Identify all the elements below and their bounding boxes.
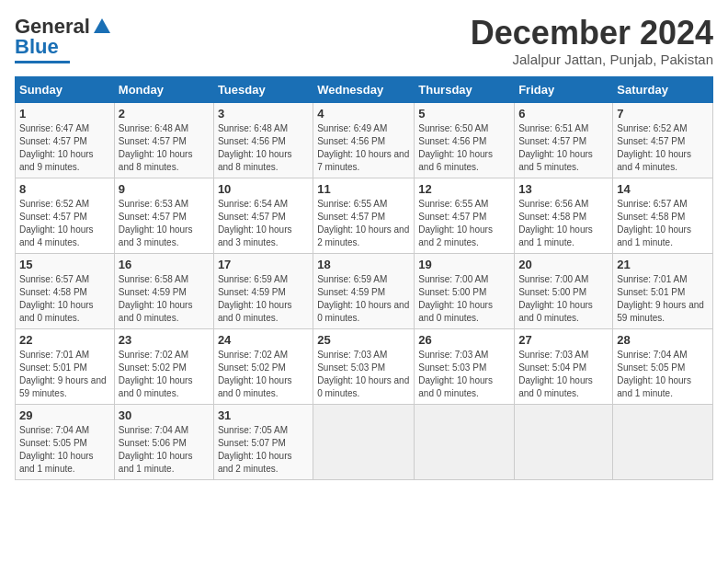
calendar-cell: 28 Sunrise: 7:04 AM Sunset: 5:05 PM Dayl… [613,328,713,404]
calendar-cell: 24 Sunrise: 7:02 AM Sunset: 5:02 PM Dayl… [213,328,313,404]
day-info: Sunrise: 6:54 AM Sunset: 4:57 PM Dayligh… [218,198,309,249]
weekday-header-friday: Friday [515,76,613,102]
calendar-cell: 15 Sunrise: 6:57 AM Sunset: 4:58 PM Dayl… [16,253,115,328]
day-number: 29 [19,408,110,422]
day-info: Sunrise: 6:53 AM Sunset: 4:57 PM Dayligh… [119,198,210,249]
day-number: 13 [518,182,609,196]
day-number: 5 [418,107,510,121]
day-info: Sunrise: 6:48 AM Sunset: 4:56 PM Dayligh… [218,122,309,174]
day-number: 21 [617,258,709,271]
calendar-cell: 9 Sunrise: 6:53 AM Sunset: 4:57 PM Dayli… [114,178,213,253]
day-info: Sunrise: 6:50 AM Sunset: 4:56 PM Dayligh… [418,122,510,174]
day-number: 16 [119,258,210,271]
day-number: 2 [119,107,210,121]
day-number: 12 [418,182,510,196]
calendar-cell: 19 Sunrise: 7:00 AM Sunset: 5:00 PM Dayl… [415,253,515,328]
calendar-cell [613,404,713,479]
day-info: Sunrise: 6:52 AM Sunset: 4:57 PM Dayligh… [19,198,110,249]
week-row-4: 22 Sunrise: 7:01 AM Sunset: 5:01 PM Dayl… [16,328,713,404]
month-title: December 2024 [471,15,713,52]
day-number: 19 [418,258,510,271]
day-info: Sunrise: 6:47 AM Sunset: 4:57 PM Dayligh… [19,122,110,174]
day-number: 9 [119,182,210,196]
day-number: 22 [19,333,110,347]
calendar-cell: 12 Sunrise: 6:55 AM Sunset: 4:57 PM Dayl… [415,178,515,253]
calendar-table: SundayMondayTuesdayWednesdayThursdayFrid… [15,76,713,480]
location-title: Jalalpur Jattan, Punjab, Pakistan [471,52,713,67]
week-row-3: 15 Sunrise: 6:57 AM Sunset: 4:58 PM Dayl… [16,253,713,328]
day-info: Sunrise: 7:04 AM Sunset: 5:05 PM Dayligh… [19,424,110,476]
day-info: Sunrise: 7:00 AM Sunset: 5:00 PM Dayligh… [418,273,510,325]
day-number: 4 [317,107,410,121]
day-info: Sunrise: 6:57 AM Sunset: 4:58 PM Dayligh… [19,273,110,325]
calendar-cell: 8 Sunrise: 6:52 AM Sunset: 4:57 PM Dayli… [16,178,115,253]
day-number: 8 [19,182,110,196]
day-number: 1 [19,107,110,121]
calendar-cell: 17 Sunrise: 6:59 AM Sunset: 4:59 PM Dayl… [213,253,313,328]
calendar-cell: 13 Sunrise: 6:56 AM Sunset: 4:58 PM Dayl… [515,178,613,253]
day-number: 17 [218,258,309,271]
day-number: 26 [418,333,510,347]
calendar-cell: 10 Sunrise: 6:54 AM Sunset: 4:57 PM Dayl… [213,178,313,253]
weekday-header-row: SundayMondayTuesdayWednesdayThursdayFrid… [16,76,713,102]
calendar-cell: 7 Sunrise: 6:52 AM Sunset: 4:57 PM Dayli… [613,102,713,178]
weekday-header-monday: Monday [114,76,213,102]
calendar-cell: 26 Sunrise: 7:03 AM Sunset: 5:03 PM Dayl… [415,328,515,404]
calendar-cell: 23 Sunrise: 7:02 AM Sunset: 5:02 PM Dayl… [114,328,213,404]
logo-underline [15,61,70,63]
day-info: Sunrise: 6:49 AM Sunset: 4:56 PM Dayligh… [317,122,410,174]
calendar-cell: 30 Sunrise: 7:04 AM Sunset: 5:06 PM Dayl… [114,404,213,479]
calendar-cell: 3 Sunrise: 6:48 AM Sunset: 4:56 PM Dayli… [213,102,313,178]
calendar-cell: 14 Sunrise: 6:57 AM Sunset: 4:58 PM Dayl… [613,178,713,253]
calendar-cell: 21 Sunrise: 7:01 AM Sunset: 5:01 PM Dayl… [613,253,713,328]
weekday-header-sunday: Sunday [16,76,115,102]
calendar-cell: 29 Sunrise: 7:04 AM Sunset: 5:05 PM Dayl… [16,404,115,479]
day-info: Sunrise: 6:52 AM Sunset: 4:57 PM Dayligh… [617,122,709,174]
day-info: Sunrise: 6:56 AM Sunset: 4:58 PM Dayligh… [518,198,609,249]
day-number: 18 [317,258,410,271]
calendar-cell: 31 Sunrise: 7:05 AM Sunset: 5:07 PM Dayl… [213,404,313,479]
logo-blue: Blue [15,35,59,59]
day-info: Sunrise: 6:57 AM Sunset: 4:58 PM Dayligh… [617,198,709,249]
day-number: 31 [218,408,309,422]
day-info: Sunrise: 6:55 AM Sunset: 4:57 PM Dayligh… [418,198,510,249]
svg-marker-0 [94,18,110,33]
weekday-header-wednesday: Wednesday [313,76,415,102]
calendar-cell: 1 Sunrise: 6:47 AM Sunset: 4:57 PM Dayli… [16,102,115,178]
day-number: 25 [317,333,410,347]
day-info: Sunrise: 7:03 AM Sunset: 5:04 PM Dayligh… [518,349,609,400]
day-number: 23 [119,333,210,347]
day-info: Sunrise: 7:04 AM Sunset: 5:05 PM Dayligh… [617,349,709,400]
title-area: December 2024 Jalalpur Jattan, Punjab, P… [471,15,713,67]
day-info: Sunrise: 6:51 AM Sunset: 4:57 PM Dayligh… [518,122,609,174]
calendar-cell: 20 Sunrise: 7:00 AM Sunset: 5:00 PM Dayl… [515,253,613,328]
calendar-cell [415,404,515,479]
day-info: Sunrise: 7:05 AM Sunset: 5:07 PM Dayligh… [218,424,309,476]
day-number: 24 [218,333,309,347]
day-info: Sunrise: 6:55 AM Sunset: 4:57 PM Dayligh… [317,198,410,249]
weekday-header-saturday: Saturday [613,76,713,102]
day-info: Sunrise: 7:03 AM Sunset: 5:03 PM Dayligh… [418,349,510,400]
weekday-header-tuesday: Tuesday [213,76,313,102]
day-number: 30 [119,408,210,422]
calendar-cell: 11 Sunrise: 6:55 AM Sunset: 4:57 PM Dayl… [313,178,415,253]
calendar-cell: 6 Sunrise: 6:51 AM Sunset: 4:57 PM Dayli… [515,102,613,178]
calendar-cell [313,404,415,479]
day-info: Sunrise: 6:59 AM Sunset: 4:59 PM Dayligh… [317,273,410,325]
day-info: Sunrise: 7:01 AM Sunset: 5:01 PM Dayligh… [617,273,709,325]
day-info: Sunrise: 7:02 AM Sunset: 5:02 PM Dayligh… [218,349,309,400]
day-info: Sunrise: 6:48 AM Sunset: 4:57 PM Dayligh… [119,122,210,174]
calendar-cell: 2 Sunrise: 6:48 AM Sunset: 4:57 PM Dayli… [114,102,213,178]
day-number: 28 [617,333,709,347]
day-number: 6 [518,107,609,121]
logo: General Blue [15,15,112,63]
logo-icon [92,17,112,37]
day-number: 7 [617,107,709,121]
week-row-1: 1 Sunrise: 6:47 AM Sunset: 4:57 PM Dayli… [16,102,713,178]
day-number: 3 [218,107,309,121]
calendar-cell: 18 Sunrise: 6:59 AM Sunset: 4:59 PM Dayl… [313,253,415,328]
calendar-cell: 4 Sunrise: 6:49 AM Sunset: 4:56 PM Dayli… [313,102,415,178]
day-info: Sunrise: 7:02 AM Sunset: 5:02 PM Dayligh… [119,349,210,400]
calendar-cell: 16 Sunrise: 6:58 AM Sunset: 4:59 PM Dayl… [114,253,213,328]
calendar-cell: 5 Sunrise: 6:50 AM Sunset: 4:56 PM Dayli… [415,102,515,178]
